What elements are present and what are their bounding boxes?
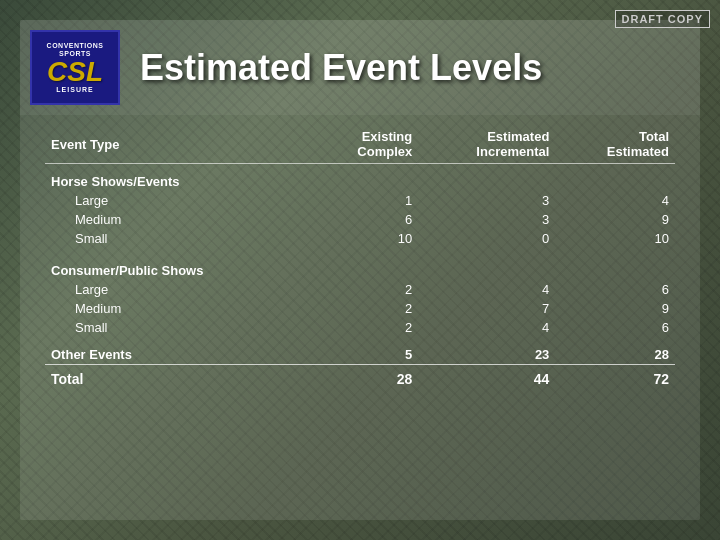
cell-total <box>555 164 675 192</box>
col-header-existing: ExistingComplex <box>310 125 418 164</box>
category-name: Other Events <box>45 337 310 365</box>
table-row: Medium 2 7 9 <box>45 299 675 318</box>
cell-total: 4 <box>555 191 675 210</box>
table-row: Other Events 5 23 28 <box>45 337 675 365</box>
cell-total: 28 <box>555 337 675 365</box>
draft-copy-badge: DRAFT COPY <box>615 10 711 28</box>
cell-incremental: 4 <box>418 318 555 337</box>
cell-total: 9 <box>555 210 675 229</box>
cell-total: 6 <box>555 318 675 337</box>
cell-existing <box>310 164 418 192</box>
cell-incremental: 0 <box>418 229 555 248</box>
cell-existing: 6 <box>310 210 418 229</box>
col-header-event-type: Event Type <box>45 125 310 164</box>
cell-incremental: 7 <box>418 299 555 318</box>
col-header-total: TotalEstimated <box>555 125 675 164</box>
table-row: Large 1 3 4 <box>45 191 675 210</box>
cell-existing: 10 <box>310 229 418 248</box>
logo: CONVENTIONSSPORTS CSL LEISURE <box>30 30 120 105</box>
total-existing: 28 <box>310 365 418 392</box>
cell-incremental <box>418 164 555 192</box>
category-name: Horse Shows/Events <box>45 164 310 192</box>
sub-name: Small <box>45 229 310 248</box>
page-title: Estimated Event Levels <box>140 47 542 89</box>
table-row: Consumer/Public Shows <box>45 253 675 280</box>
table-row: Medium 6 3 9 <box>45 210 675 229</box>
cell-total: 10 <box>555 229 675 248</box>
total-total: 72 <box>555 365 675 392</box>
cell-existing: 1 <box>310 191 418 210</box>
header-area: CONVENTIONSSPORTS CSL LEISURE Estimated … <box>20 20 700 115</box>
total-row: Total 28 44 72 <box>45 365 675 392</box>
sub-name: Medium <box>45 299 310 318</box>
sub-name: Large <box>45 280 310 299</box>
sub-name: Large <box>45 191 310 210</box>
cell-existing: 5 <box>310 337 418 365</box>
cell-incremental: 3 <box>418 210 555 229</box>
table-row: Large 2 4 6 <box>45 280 675 299</box>
logo-csl-text: CSL <box>47 58 103 86</box>
cell-total: 9 <box>555 299 675 318</box>
cell-incremental: 4 <box>418 280 555 299</box>
data-table: Event Type ExistingComplex EstimatedIncr… <box>45 125 675 391</box>
cell-incremental <box>418 253 555 280</box>
total-incremental: 44 <box>418 365 555 392</box>
main-panel: CONVENTIONSSPORTS CSL LEISURE Estimated … <box>20 20 700 520</box>
cell-existing: 2 <box>310 299 418 318</box>
sub-name: Small <box>45 318 310 337</box>
cell-incremental: 23 <box>418 337 555 365</box>
cell-incremental: 3 <box>418 191 555 210</box>
total-label: Total <box>45 365 310 392</box>
table-area: Event Type ExistingComplex EstimatedIncr… <box>20 115 700 406</box>
cell-total: 6 <box>555 280 675 299</box>
sub-name: Medium <box>45 210 310 229</box>
col-header-incremental: EstimatedIncremental <box>418 125 555 164</box>
table-row: Horse Shows/Events <box>45 164 675 192</box>
category-name: Consumer/Public Shows <box>45 253 310 280</box>
cell-existing: 2 <box>310 318 418 337</box>
table-row: Small 2 4 6 <box>45 318 675 337</box>
cell-existing <box>310 253 418 280</box>
cell-existing: 2 <box>310 280 418 299</box>
logo-bottom-text: LEISURE <box>56 86 93 93</box>
cell-total <box>555 253 675 280</box>
table-row: Small 10 0 10 <box>45 229 675 248</box>
